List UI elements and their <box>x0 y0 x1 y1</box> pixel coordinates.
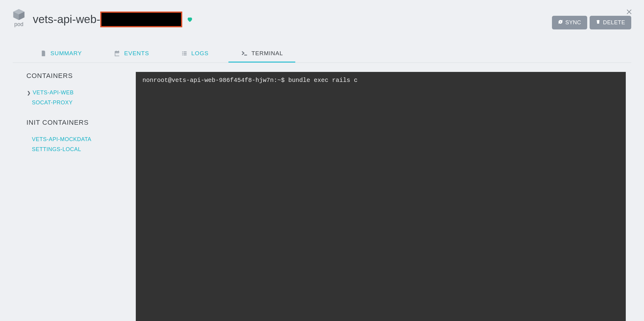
close-icon[interactable] <box>625 8 633 17</box>
pod-title-row: vets-api-web- <box>33 9 193 27</box>
containers-section: CONTAINERS ❯ VETS-API-WEB SOCAT-PROXY <box>26 72 136 108</box>
containers-title: CONTAINERS <box>26 72 136 80</box>
calendar-icon <box>114 50 121 57</box>
header-actions: SYNC DELETE <box>552 9 631 29</box>
sidebar-item-label: VETS-API-MOCKDATA <box>32 136 91 143</box>
terminal-line: nonroot@vets-api-web-986f454f8-hjw7n:~$ … <box>142 77 358 84</box>
sidebar: CONTAINERS ❯ VETS-API-WEB SOCAT-PROXY IN… <box>26 72 136 321</box>
sidebar-item-label: SETTINGS-LOCAL <box>32 146 81 153</box>
init-containers-section: INIT CONTAINERS VETS-API-MOCKDATA SETTIN… <box>26 119 136 154</box>
sidebar-item-vets-api-web[interactable]: ❯ VETS-API-WEB <box>26 88 136 98</box>
tab-label: TERMINAL <box>252 50 283 57</box>
sidebar-item-label: SOCAT-PROXY <box>32 100 73 106</box>
terminal-icon <box>241 50 248 57</box>
svg-rect-8 <box>183 53 187 54</box>
heart-icon <box>187 16 193 23</box>
body: CONTAINERS ❯ VETS-API-WEB SOCAT-PROXY IN… <box>13 63 631 321</box>
kind-label: pod <box>14 21 23 28</box>
init-containers-title: INIT CONTAINERS <box>26 119 136 127</box>
tab-label: SUMMARY <box>50 50 82 57</box>
svg-rect-10 <box>183 55 187 56</box>
redacted-suffix <box>100 12 182 27</box>
list-icon <box>181 50 188 57</box>
sync-icon <box>558 19 563 26</box>
document-icon <box>40 50 47 57</box>
pod-name: vets-api-web- <box>33 12 182 27</box>
sidebar-item-settings-local[interactable]: SETTINGS-LOCAL <box>26 144 136 154</box>
sidebar-item-label: VETS-API-WEB <box>33 90 74 96</box>
header: pod vets-api-web- <box>13 9 631 29</box>
tab-logs[interactable]: LOGS <box>169 45 221 63</box>
tab-summary[interactable]: SUMMARY <box>28 45 94 63</box>
kind-block: pod <box>13 9 25 28</box>
svg-rect-7 <box>182 53 183 54</box>
tabs: SUMMARY EVENTS LOGS <box>13 45 631 63</box>
tab-terminal[interactable]: TERMINAL <box>228 45 295 63</box>
svg-rect-5 <box>182 52 183 52</box>
delete-button-label: DELETE <box>603 19 625 26</box>
sync-button-label: SYNC <box>565 19 581 26</box>
sync-button[interactable]: SYNC <box>552 16 587 29</box>
delete-button[interactable]: DELETE <box>590 16 631 29</box>
pod-name-prefix: vets-api-web- <box>33 13 100 26</box>
sidebar-item-vets-api-mockdata[interactable]: VETS-API-MOCKDATA <box>26 134 136 144</box>
tab-events[interactable]: EVENTS <box>102 45 161 63</box>
svg-rect-6 <box>183 52 187 52</box>
terminal[interactable]: nonroot@vets-api-web-986f454f8-hjw7n:~$ … <box>136 72 626 321</box>
svg-rect-9 <box>182 55 183 56</box>
tab-label: EVENTS <box>124 50 149 57</box>
trash-icon <box>596 19 601 26</box>
header-left: pod vets-api-web- <box>13 9 193 28</box>
sidebar-item-socat-proxy[interactable]: SOCAT-PROXY <box>26 98 136 108</box>
chevron-right-icon: ❯ <box>27 90 31 95</box>
tab-label: LOGS <box>191 50 209 57</box>
cube-icon <box>13 9 25 20</box>
